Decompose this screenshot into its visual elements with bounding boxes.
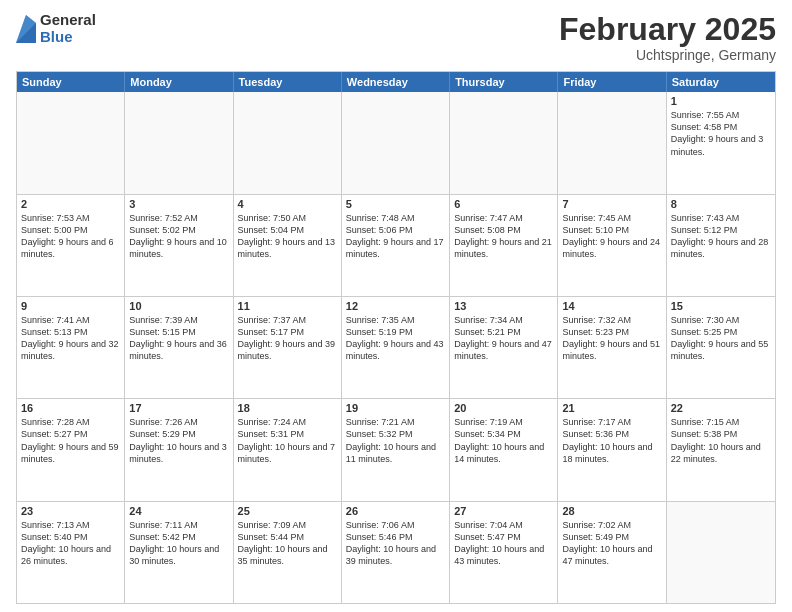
calendar: SundayMondayTuesdayWednesdayThursdayFrid… bbox=[16, 71, 776, 604]
logo-blue: Blue bbox=[40, 29, 96, 46]
day-number: 18 bbox=[238, 402, 337, 414]
cell-text: Sunrise: 7:53 AM Sunset: 5:00 PM Dayligh… bbox=[21, 212, 120, 261]
subtitle: Uchtspringe, Germany bbox=[559, 47, 776, 63]
calendar-cell bbox=[234, 92, 342, 193]
day-number: 1 bbox=[671, 95, 771, 107]
calendar-cell: 11Sunrise: 7:37 AM Sunset: 5:17 PM Dayli… bbox=[234, 297, 342, 398]
cell-text: Sunrise: 7:47 AM Sunset: 5:08 PM Dayligh… bbox=[454, 212, 553, 261]
calendar-cell: 16Sunrise: 7:28 AM Sunset: 5:27 PM Dayli… bbox=[17, 399, 125, 500]
page: General Blue February 2025 Uchtspringe, … bbox=[0, 0, 792, 612]
day-number: 14 bbox=[562, 300, 661, 312]
calendar-cell bbox=[125, 92, 233, 193]
day-number: 17 bbox=[129, 402, 228, 414]
calendar-cell bbox=[558, 92, 666, 193]
calendar-row: 2Sunrise: 7:53 AM Sunset: 5:00 PM Daylig… bbox=[17, 194, 775, 296]
day-number: 13 bbox=[454, 300, 553, 312]
cell-text: Sunrise: 7:13 AM Sunset: 5:40 PM Dayligh… bbox=[21, 519, 120, 568]
day-number: 5 bbox=[346, 198, 445, 210]
calendar-cell: 12Sunrise: 7:35 AM Sunset: 5:19 PM Dayli… bbox=[342, 297, 450, 398]
cell-text: Sunrise: 7:06 AM Sunset: 5:46 PM Dayligh… bbox=[346, 519, 445, 568]
calendar-cell: 25Sunrise: 7:09 AM Sunset: 5:44 PM Dayli… bbox=[234, 502, 342, 603]
calendar-cell: 5Sunrise: 7:48 AM Sunset: 5:06 PM Daylig… bbox=[342, 195, 450, 296]
calendar-cell bbox=[667, 502, 775, 603]
cell-text: Sunrise: 7:37 AM Sunset: 5:17 PM Dayligh… bbox=[238, 314, 337, 363]
cell-text: Sunrise: 7:26 AM Sunset: 5:29 PM Dayligh… bbox=[129, 416, 228, 465]
cell-text: Sunrise: 7:19 AM Sunset: 5:34 PM Dayligh… bbox=[454, 416, 553, 465]
calendar-cell: 28Sunrise: 7:02 AM Sunset: 5:49 PM Dayli… bbox=[558, 502, 666, 603]
cell-text: Sunrise: 7:09 AM Sunset: 5:44 PM Dayligh… bbox=[238, 519, 337, 568]
calendar-header-cell: Friday bbox=[558, 72, 666, 92]
calendar-cell: 27Sunrise: 7:04 AM Sunset: 5:47 PM Dayli… bbox=[450, 502, 558, 603]
calendar-cell: 21Sunrise: 7:17 AM Sunset: 5:36 PM Dayli… bbox=[558, 399, 666, 500]
cell-text: Sunrise: 7:17 AM Sunset: 5:36 PM Dayligh… bbox=[562, 416, 661, 465]
calendar-cell: 20Sunrise: 7:19 AM Sunset: 5:34 PM Dayli… bbox=[450, 399, 558, 500]
day-number: 7 bbox=[562, 198, 661, 210]
calendar-cell: 18Sunrise: 7:24 AM Sunset: 5:31 PM Dayli… bbox=[234, 399, 342, 500]
calendar-header-cell: Sunday bbox=[17, 72, 125, 92]
day-number: 12 bbox=[346, 300, 445, 312]
cell-text: Sunrise: 7:48 AM Sunset: 5:06 PM Dayligh… bbox=[346, 212, 445, 261]
day-number: 9 bbox=[21, 300, 120, 312]
day-number: 28 bbox=[562, 505, 661, 517]
logo: General Blue bbox=[16, 12, 96, 45]
cell-text: Sunrise: 7:35 AM Sunset: 5:19 PM Dayligh… bbox=[346, 314, 445, 363]
calendar-header-cell: Wednesday bbox=[342, 72, 450, 92]
calendar-cell: 1Sunrise: 7:55 AM Sunset: 4:58 PM Daylig… bbox=[667, 92, 775, 193]
calendar-header-row: SundayMondayTuesdayWednesdayThursdayFrid… bbox=[17, 72, 775, 92]
calendar-cell: 2Sunrise: 7:53 AM Sunset: 5:00 PM Daylig… bbox=[17, 195, 125, 296]
cell-text: Sunrise: 7:43 AM Sunset: 5:12 PM Dayligh… bbox=[671, 212, 771, 261]
cell-text: Sunrise: 7:28 AM Sunset: 5:27 PM Dayligh… bbox=[21, 416, 120, 465]
calendar-row: 9Sunrise: 7:41 AM Sunset: 5:13 PM Daylig… bbox=[17, 296, 775, 398]
calendar-cell: 19Sunrise: 7:21 AM Sunset: 5:32 PM Dayli… bbox=[342, 399, 450, 500]
calendar-cell: 14Sunrise: 7:32 AM Sunset: 5:23 PM Dayli… bbox=[558, 297, 666, 398]
calendar-cell: 9Sunrise: 7:41 AM Sunset: 5:13 PM Daylig… bbox=[17, 297, 125, 398]
logo-icon bbox=[16, 15, 36, 43]
calendar-row: 16Sunrise: 7:28 AM Sunset: 5:27 PM Dayli… bbox=[17, 398, 775, 500]
day-number: 24 bbox=[129, 505, 228, 517]
cell-text: Sunrise: 7:50 AM Sunset: 5:04 PM Dayligh… bbox=[238, 212, 337, 261]
day-number: 22 bbox=[671, 402, 771, 414]
day-number: 3 bbox=[129, 198, 228, 210]
day-number: 16 bbox=[21, 402, 120, 414]
cell-text: Sunrise: 7:39 AM Sunset: 5:15 PM Dayligh… bbox=[129, 314, 228, 363]
calendar-header-cell: Thursday bbox=[450, 72, 558, 92]
day-number: 20 bbox=[454, 402, 553, 414]
month-title: February 2025 bbox=[559, 12, 776, 47]
cell-text: Sunrise: 7:02 AM Sunset: 5:49 PM Dayligh… bbox=[562, 519, 661, 568]
day-number: 6 bbox=[454, 198, 553, 210]
day-number: 27 bbox=[454, 505, 553, 517]
calendar-header-cell: Saturday bbox=[667, 72, 775, 92]
cell-text: Sunrise: 7:30 AM Sunset: 5:25 PM Dayligh… bbox=[671, 314, 771, 363]
calendar-body: 1Sunrise: 7:55 AM Sunset: 4:58 PM Daylig… bbox=[17, 92, 775, 603]
cell-text: Sunrise: 7:15 AM Sunset: 5:38 PM Dayligh… bbox=[671, 416, 771, 465]
calendar-cell: 10Sunrise: 7:39 AM Sunset: 5:15 PM Dayli… bbox=[125, 297, 233, 398]
calendar-cell: 24Sunrise: 7:11 AM Sunset: 5:42 PM Dayli… bbox=[125, 502, 233, 603]
cell-text: Sunrise: 7:32 AM Sunset: 5:23 PM Dayligh… bbox=[562, 314, 661, 363]
day-number: 10 bbox=[129, 300, 228, 312]
calendar-cell: 22Sunrise: 7:15 AM Sunset: 5:38 PM Dayli… bbox=[667, 399, 775, 500]
cell-text: Sunrise: 7:24 AM Sunset: 5:31 PM Dayligh… bbox=[238, 416, 337, 465]
day-number: 26 bbox=[346, 505, 445, 517]
calendar-cell: 13Sunrise: 7:34 AM Sunset: 5:21 PM Dayli… bbox=[450, 297, 558, 398]
logo-general: General bbox=[40, 12, 96, 29]
calendar-cell bbox=[450, 92, 558, 193]
day-number: 2 bbox=[21, 198, 120, 210]
cell-text: Sunrise: 7:04 AM Sunset: 5:47 PM Dayligh… bbox=[454, 519, 553, 568]
cell-text: Sunrise: 7:45 AM Sunset: 5:10 PM Dayligh… bbox=[562, 212, 661, 261]
day-number: 8 bbox=[671, 198, 771, 210]
calendar-row: 23Sunrise: 7:13 AM Sunset: 5:40 PM Dayli… bbox=[17, 501, 775, 603]
day-number: 11 bbox=[238, 300, 337, 312]
calendar-cell bbox=[17, 92, 125, 193]
calendar-cell: 4Sunrise: 7:50 AM Sunset: 5:04 PM Daylig… bbox=[234, 195, 342, 296]
calendar-header-cell: Tuesday bbox=[234, 72, 342, 92]
title-area: February 2025 Uchtspringe, Germany bbox=[559, 12, 776, 63]
cell-text: Sunrise: 7:21 AM Sunset: 5:32 PM Dayligh… bbox=[346, 416, 445, 465]
calendar-cell: 6Sunrise: 7:47 AM Sunset: 5:08 PM Daylig… bbox=[450, 195, 558, 296]
calendar-cell: 23Sunrise: 7:13 AM Sunset: 5:40 PM Dayli… bbox=[17, 502, 125, 603]
calendar-header-cell: Monday bbox=[125, 72, 233, 92]
day-number: 21 bbox=[562, 402, 661, 414]
calendar-cell bbox=[342, 92, 450, 193]
calendar-cell: 17Sunrise: 7:26 AM Sunset: 5:29 PM Dayli… bbox=[125, 399, 233, 500]
day-number: 23 bbox=[21, 505, 120, 517]
calendar-cell: 15Sunrise: 7:30 AM Sunset: 5:25 PM Dayli… bbox=[667, 297, 775, 398]
